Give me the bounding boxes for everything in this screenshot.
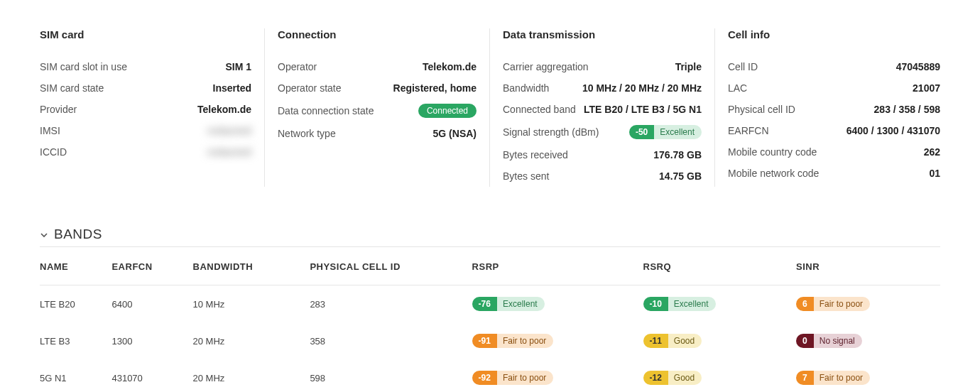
value: 47045889 bbox=[896, 61, 940, 72]
pill-text: Fair to poor bbox=[497, 334, 553, 348]
cell-rsrp: -92Fair to poor bbox=[472, 359, 643, 392]
pill-value: -12 bbox=[643, 371, 668, 385]
value-redacted: redacted bbox=[207, 146, 251, 158]
cell-pci: 283 bbox=[310, 285, 472, 323]
label: Operator bbox=[278, 61, 317, 72]
row-operator: Operator Telekom.de bbox=[278, 56, 477, 77]
table-row: 5G N143107020 MHz598-92Fair to poor-12Go… bbox=[40, 359, 940, 392]
row-bytes-sent: Bytes sent 14.75 GB bbox=[503, 165, 702, 187]
row-mcc: Mobile country code 262 bbox=[728, 141, 940, 163]
sinr-badge: 7Fair to poor bbox=[796, 371, 870, 385]
pill-text: Good bbox=[668, 371, 702, 385]
panel-cell-info: Cell info Cell ID 47045889 LAC 21007 Phy… bbox=[715, 28, 940, 187]
panel-title-cell: Cell info bbox=[728, 28, 940, 40]
label: Carrier aggregation bbox=[503, 61, 589, 72]
cell-pci: 358 bbox=[310, 322, 472, 359]
pill-value: 6 bbox=[796, 297, 814, 311]
label: Network type bbox=[278, 128, 336, 139]
row-data-state: Data connection state Connected bbox=[278, 99, 477, 123]
cell-pci: 598 bbox=[310, 359, 472, 392]
cell-rsrq: -11Good bbox=[643, 322, 797, 359]
value: 5G (NSA) bbox=[433, 128, 477, 139]
cell-sinr: 7Fair to poor bbox=[796, 359, 940, 392]
rsrq-badge: -11Good bbox=[643, 334, 702, 348]
value: Triple bbox=[675, 61, 702, 72]
value: Telekom.de bbox=[423, 61, 477, 72]
rsrp-badge: -76Excellent bbox=[472, 297, 545, 311]
label: Mobile network code bbox=[728, 168, 819, 179]
signal-badge: -50 Excellent bbox=[629, 125, 702, 139]
cell-name: 5G N1 bbox=[40, 359, 111, 392]
row-pci: Physical cell ID 283 / 358 / 598 bbox=[728, 99, 940, 120]
cell-rsrq: -12Good bbox=[643, 359, 797, 392]
col-bandwidth: BANDWIDTH bbox=[193, 247, 310, 285]
cell-earfcn: 431070 bbox=[111, 359, 192, 392]
row-sim-provider: Provider Telekom.de bbox=[40, 99, 251, 120]
connected-badge: Connected bbox=[418, 104, 477, 118]
value: 6400 / 1300 / 431070 bbox=[846, 125, 940, 136]
cell-bandwidth: 20 MHz bbox=[193, 322, 310, 359]
label: SIM card slot in use bbox=[40, 61, 127, 72]
row-connected-band: Connected band LTE B20 / LTE B3 / 5G N1 bbox=[503, 99, 702, 120]
cell-earfcn: 1300 bbox=[111, 322, 192, 359]
col-rsrp: RSRP bbox=[472, 247, 643, 285]
panel-data-transmission: Data transmission Carrier aggregation Tr… bbox=[490, 28, 715, 187]
label: Mobile country code bbox=[728, 146, 817, 158]
value: Telekom.de bbox=[197, 104, 251, 115]
pill-value: -92 bbox=[472, 371, 497, 385]
rsrp-badge: -92Fair to poor bbox=[472, 371, 554, 385]
label: Operator state bbox=[278, 82, 342, 94]
pill-value: 7 bbox=[796, 371, 814, 385]
sinr-badge: 6Fair to poor bbox=[796, 297, 870, 311]
label: EARFCN bbox=[728, 125, 769, 136]
panel-sim-card: SIM card SIM card slot in use SIM 1 SIM … bbox=[40, 28, 265, 187]
label: Signal strength (dBm) bbox=[503, 126, 599, 138]
value: 14.75 GB bbox=[659, 170, 702, 182]
col-earfcn: EARFCN bbox=[111, 247, 192, 285]
row-cell-id: Cell ID 47045889 bbox=[728, 56, 940, 77]
label: Bandwidth bbox=[503, 82, 549, 94]
row-signal-strength: Signal strength (dBm) -50 Excellent bbox=[503, 120, 702, 144]
value: 176.78 GB bbox=[653, 149, 702, 160]
label: ICCID bbox=[40, 146, 67, 158]
pill-text: Fair to poor bbox=[497, 371, 553, 385]
row-bytes-received: Bytes received 176.78 GB bbox=[503, 144, 702, 165]
pill-value: -76 bbox=[472, 297, 497, 311]
cell-bandwidth: 10 MHz bbox=[193, 285, 310, 323]
pill-text: No signal bbox=[814, 334, 862, 348]
chevron-down-icon bbox=[40, 230, 48, 239]
value: 262 bbox=[924, 146, 940, 158]
info-panels: SIM card SIM card slot in use SIM 1 SIM … bbox=[40, 28, 940, 187]
pill-text: Fair to poor bbox=[814, 371, 870, 385]
sinr-badge: 0No signal bbox=[796, 334, 862, 348]
label: Provider bbox=[40, 104, 77, 115]
bands-section-toggle[interactable]: BANDS bbox=[40, 227, 940, 242]
row-lac: LAC 21007 bbox=[728, 77, 940, 99]
rsrq-badge: -12Good bbox=[643, 371, 702, 385]
label: LAC bbox=[728, 82, 747, 94]
row-operator-state: Operator state Registered, home bbox=[278, 77, 477, 99]
panel-title-connection: Connection bbox=[278, 28, 477, 40]
pill-value: -11 bbox=[643, 334, 668, 348]
col-pci: PHYSICAL CELL ID bbox=[310, 247, 472, 285]
cell-earfcn: 6400 bbox=[111, 285, 192, 323]
label: Connected band bbox=[503, 104, 576, 115]
col-name: NAME bbox=[40, 247, 111, 285]
label: Bytes received bbox=[503, 149, 568, 160]
col-sinr: SINR bbox=[796, 247, 940, 285]
pill-text: Fair to poor bbox=[814, 297, 870, 311]
panel-title-data: Data transmission bbox=[503, 28, 702, 40]
rsrp-badge: -91Fair to poor bbox=[472, 334, 554, 348]
label: Physical cell ID bbox=[728, 104, 795, 115]
cell-bandwidth: 20 MHz bbox=[193, 359, 310, 392]
value: 10 MHz / 20 MHz / 20 MHz bbox=[582, 82, 702, 94]
bands-header-row: NAME EARFCN BANDWIDTH PHYSICAL CELL ID R… bbox=[40, 247, 940, 285]
row-sim-iccid: ICCID redacted bbox=[40, 141, 251, 163]
pill-value: -91 bbox=[472, 334, 497, 348]
label: Bytes sent bbox=[503, 170, 549, 182]
row-carrier-aggregation: Carrier aggregation Triple bbox=[503, 56, 702, 77]
table-row: LTE B20640010 MHz283-76Excellent-10Excel… bbox=[40, 285, 940, 323]
pill-value: -50 bbox=[629, 125, 654, 139]
value: 283 / 358 / 598 bbox=[874, 104, 940, 115]
value: 21007 bbox=[913, 82, 940, 94]
